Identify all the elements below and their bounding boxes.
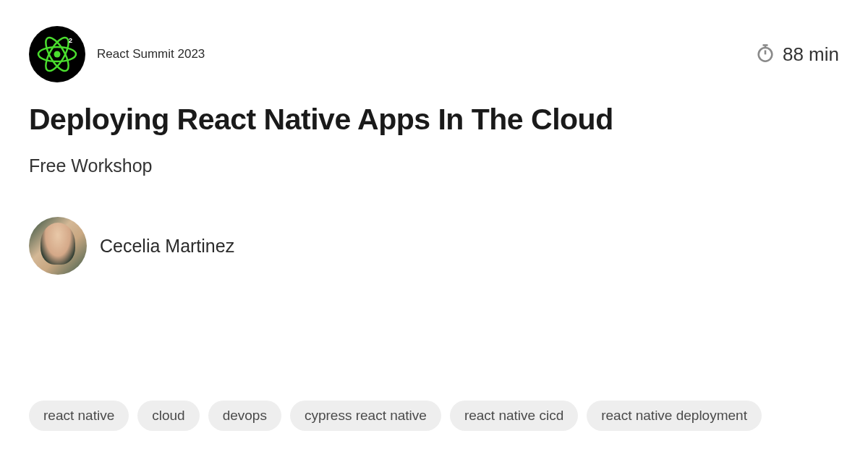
event-logo: 2 xyxy=(29,26,85,82)
tag[interactable]: cloud xyxy=(137,401,199,431)
header: 2 React Summit 2023 88 min xyxy=(29,26,839,82)
tag[interactable]: cypress react native xyxy=(290,401,441,431)
tag[interactable]: react native xyxy=(29,401,129,431)
tags-container: react nativeclouddevopscypress react nat… xyxy=(29,401,762,431)
event-name: React Summit 2023 xyxy=(97,47,205,61)
stopwatch-icon xyxy=(755,43,775,66)
svg-point-3 xyxy=(54,51,61,58)
header-left: 2 React Summit 2023 xyxy=(29,26,205,82)
speaker: Cecelia Martinez xyxy=(29,217,839,275)
tag[interactable]: devops xyxy=(208,401,281,431)
page-title: Deploying React Native Apps In The Cloud xyxy=(29,103,839,137)
duration: 88 min xyxy=(755,43,839,66)
avatar xyxy=(29,217,87,275)
tag[interactable]: react native deployment xyxy=(587,401,762,431)
speaker-name: Cecelia Martinez xyxy=(100,236,234,257)
subtitle: Free Workshop xyxy=(29,155,839,176)
duration-text: 88 min xyxy=(783,43,839,66)
svg-text:2: 2 xyxy=(69,37,72,44)
react-atom-icon: 2 xyxy=(35,33,79,76)
tag[interactable]: react native cicd xyxy=(450,401,578,431)
